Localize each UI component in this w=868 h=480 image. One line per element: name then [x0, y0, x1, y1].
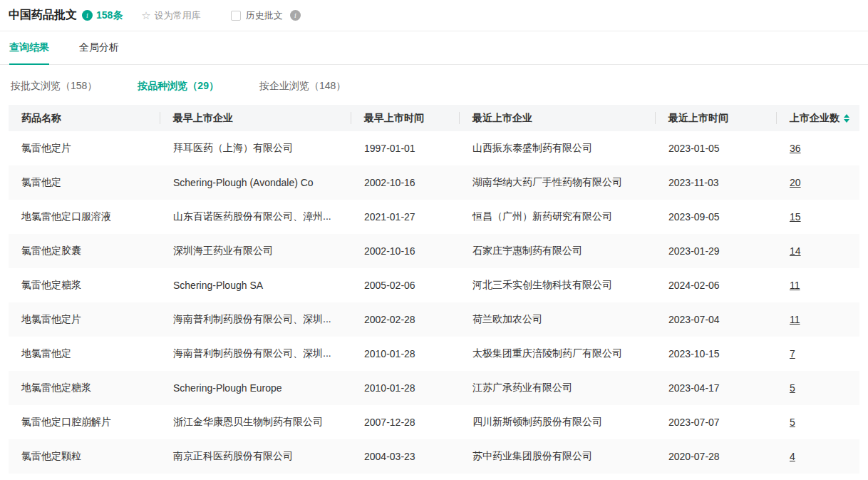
- company-count-link[interactable]: 4: [790, 451, 795, 462]
- table-row: 氯雷他定胶囊深圳海王药业有限公司2002-10-16石家庄宇惠制药有限公司202…: [9, 234, 859, 268]
- earliest-date-cell: 2007-12-28: [351, 405, 460, 439]
- earliest-date-cell: 2005-02-06: [351, 268, 460, 302]
- latest-date-cell: 2024-02-06: [656, 268, 777, 302]
- earliest-company-cell: 南京正科医药股份有限公司: [160, 439, 351, 474]
- table-row: 氯雷他定片拜耳医药（上海）有限公司1997-01-01山西振东泰盛制药有限公司2…: [9, 131, 859, 165]
- company-count-link[interactable]: 20: [790, 177, 801, 188]
- history-checkbox[interactable]: [231, 11, 241, 21]
- latest-date-cell: 2023-11-03: [656, 165, 777, 200]
- main-tabs: 查询结果 全局分析: [0, 31, 868, 65]
- earliest-date-cell: 2010-01-28: [351, 337, 460, 371]
- latest-date-cell: 2023-01-29: [656, 234, 777, 268]
- company-count-cell: 14: [777, 234, 859, 268]
- history-label: 历史批文: [246, 9, 283, 22]
- table-row: 地氯雷他定海南普利制药股份有限公司、深圳...2010-01-28太极集团重庆涪…: [9, 337, 859, 371]
- earliest-date-cell: 1997-01-01: [351, 131, 460, 165]
- earliest-date-cell: 2002-10-16: [351, 234, 460, 268]
- table-row: 地氯雷他定口服溶液山东百诺医药股份有限公司、漳州...2021-01-27恒昌（…: [9, 200, 859, 234]
- set-favorite-button[interactable]: ☆ 设为常用库: [141, 9, 200, 22]
- company-count-cell: 7: [777, 337, 859, 371]
- latest-company-cell: 江苏广承药业有限公司: [460, 371, 656, 405]
- latest-company-cell: 太极集团重庆涪陵制药厂有限公司: [460, 337, 656, 371]
- table-row: 氯雷他定颗粒南京正科医药股份有限公司2004-03-23苏中药业集团股份有限公司…: [9, 439, 859, 474]
- drug-name-cell: 地氯雷他定片: [9, 302, 160, 337]
- company-count-link[interactable]: 11: [790, 314, 800, 325]
- company-count-link[interactable]: 5: [790, 417, 795, 428]
- company-count-cell: 15: [777, 200, 859, 234]
- latest-company-cell: 恒昌（广州）新药研究有限公司: [460, 200, 656, 234]
- view-tab-by-approval[interactable]: 按批文浏览（158）: [11, 80, 97, 93]
- history-approvals-toggle[interactable]: 历史批文 i: [231, 9, 301, 22]
- earliest-date-cell: 2021-01-27: [351, 200, 460, 234]
- table-header-row: 药品名称 最早上市企业 最早上市时间 最近上市企业 最近上市时间 上市企业数: [9, 105, 859, 131]
- latest-company-cell: 苏中药业集团股份有限公司: [460, 439, 656, 474]
- company-count-cell: 4: [777, 439, 859, 474]
- earliest-company-cell: 浙江金华康恩贝生物制药有限公司: [160, 405, 351, 439]
- latest-date-cell: 2020-07-28: [656, 439, 777, 474]
- earliest-company-cell: Schering-Plough SA: [160, 268, 351, 302]
- drug-name-cell: 氯雷他定口腔崩解片: [9, 405, 160, 439]
- column-header-earliest-company: 最早上市企业: [160, 105, 351, 131]
- earliest-date-cell: 2002-02-28: [351, 302, 460, 337]
- company-count-cell: 11: [777, 268, 859, 302]
- company-count-cell: 5: [777, 405, 859, 439]
- earliest-company-cell: 海南普利制药股份有限公司、深圳...: [160, 337, 351, 371]
- drug-name-cell: 地氯雷他定糖浆: [9, 371, 160, 405]
- latest-date-cell: 2023-07-07: [656, 405, 777, 439]
- view-tab-by-product[interactable]: 按品种浏览（29）: [138, 80, 219, 93]
- column-header-company-count[interactable]: 上市企业数: [777, 105, 859, 131]
- drug-name-cell: 地氯雷他定: [9, 337, 160, 371]
- table-row: 氯雷他定口腔崩解片浙江金华康恩贝生物制药有限公司2007-12-28四川新斯顿制…: [9, 405, 859, 439]
- latest-company-cell: 荷兰欧加农公司: [460, 302, 656, 337]
- column-header-earliest-date: 最早上市时间: [351, 105, 460, 131]
- column-header-latest-company: 最近上市企业: [460, 105, 656, 131]
- latest-date-cell: 2023-10-15: [656, 337, 777, 371]
- view-tab-by-company[interactable]: 按企业浏览（148）: [259, 80, 346, 93]
- drug-name-cell: 地氯雷他定口服溶液: [9, 200, 160, 234]
- tab-global-analysis[interactable]: 全局分析: [79, 31, 119, 64]
- latest-company-cell: 湖南华纳大药厂手性药物有限公司: [460, 165, 656, 200]
- column-header-drug-name: 药品名称: [9, 105, 160, 131]
- latest-company-cell: 四川新斯顿制药股份有限公司: [460, 405, 656, 439]
- earliest-date-cell: 2004-03-23: [351, 439, 460, 474]
- earliest-company-cell: 拜耳医药（上海）有限公司: [160, 131, 351, 165]
- page: 中国药品批文 i 158条 ☆ 设为常用库 历史批文 i 查询结果 全局分析 按…: [0, 0, 868, 474]
- latest-company-cell: 山西振东泰盛制药有限公司: [460, 131, 656, 165]
- latest-company-cell: 石家庄宇惠制药有限公司: [460, 234, 656, 268]
- earliest-date-cell: 2002-10-16: [351, 165, 460, 200]
- latest-date-cell: 2023-07-04: [656, 302, 777, 337]
- company-count-link[interactable]: 11: [790, 280, 800, 291]
- company-count-link[interactable]: 36: [790, 143, 801, 154]
- company-count-cell: 20: [777, 165, 859, 200]
- drug-name-cell: 氯雷他定胶囊: [9, 234, 160, 268]
- drug-name-cell: 氯雷他定颗粒: [9, 439, 160, 474]
- earliest-company-cell: 山东百诺医药股份有限公司、漳州...: [160, 200, 351, 234]
- earliest-company-cell: 深圳海王药业有限公司: [160, 234, 351, 268]
- table-row: 地氯雷他定糖浆Schering-Plough Europe2010-01-28江…: [9, 371, 859, 405]
- topbar: 中国药品批文 i 158条 ☆ 设为常用库 历史批文 i: [0, 0, 868, 31]
- company-count-link[interactable]: 5: [790, 382, 795, 394]
- earliest-company-cell: Schering-Plough (Avondale) Co: [160, 165, 351, 200]
- earliest-company-cell: 海南普利制药股份有限公司、深圳...: [160, 302, 351, 337]
- company-count-link[interactable]: 7: [790, 348, 795, 359]
- company-count-cell: 36: [777, 131, 859, 165]
- star-icon: ☆: [141, 10, 150, 21]
- sort-icon[interactable]: [844, 114, 849, 123]
- tab-query-results[interactable]: 查询结果: [9, 31, 49, 64]
- result-count: 158条: [96, 9, 123, 22]
- history-info-icon[interactable]: i: [290, 10, 301, 21]
- latest-date-cell: 2023-09-05: [656, 200, 777, 234]
- earliest-company-cell: Schering-Plough Europe: [160, 371, 351, 405]
- company-count-link[interactable]: 15: [790, 211, 801, 223]
- drug-name-cell: 氯雷他定: [9, 165, 160, 200]
- table-row: 地氯雷他定片海南普利制药股份有限公司、深圳...2002-02-28荷兰欧加农公…: [9, 302, 859, 337]
- column-header-latest-date: 最近上市时间: [656, 105, 777, 131]
- company-count-cell: 11: [777, 302, 859, 337]
- latest-date-cell: 2023-01-05: [656, 131, 777, 165]
- table-row: 氯雷他定Schering-Plough (Avondale) Co2002-10…: [9, 165, 859, 200]
- set-favorite-label: 设为常用库: [155, 9, 201, 22]
- earliest-date-cell: 2010-01-28: [351, 371, 460, 405]
- company-count-link[interactable]: 14: [790, 245, 801, 257]
- title-info-icon[interactable]: i: [82, 10, 93, 21]
- drug-name-cell: 氯雷他定片: [9, 131, 160, 165]
